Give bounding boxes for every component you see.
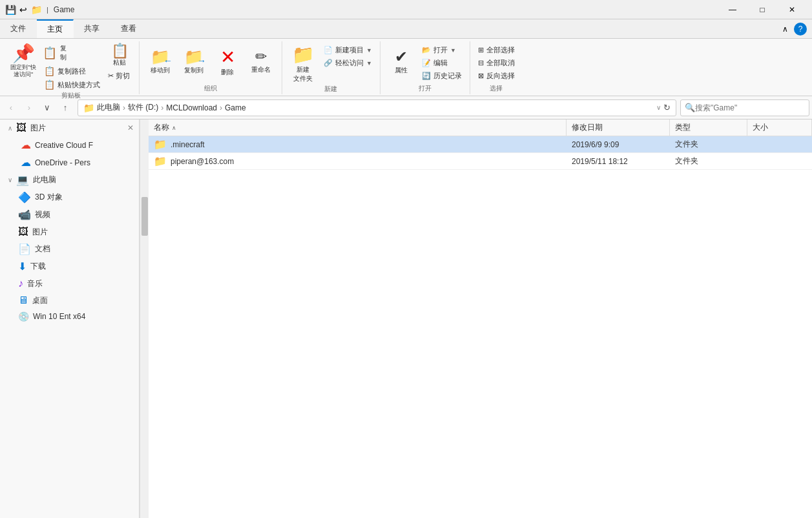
this-pc-icon: 💻 — [16, 174, 29, 186]
copy-to-button[interactable]: 📁 → 复制到 — [178, 43, 209, 80]
sidebar-item-pictures-quick[interactable]: ∧ 🖼 图片 ✕ — [0, 119, 139, 136]
file-size-minecraft — [747, 143, 812, 147]
file-row-minecraft[interactable]: 📁 .minecraft 2019/6/9 9:09 文件夹 — [149, 136, 812, 153]
ribbon-content: 📌 固定到"快 速访问" 📋 复制 📋 复制路径 📋 — [0, 39, 812, 96]
sidebar-item-this-pc[interactable]: ∨ 💻 此电脑 — [0, 171, 139, 189]
sidebar: ∧ 🖼 图片 ✕ ☁ Creative Cloud F ☁ OneDrive -… — [0, 119, 140, 518]
move-to-icon: 📁 ← — [151, 48, 170, 66]
invert-selection-icon: ⊠ — [478, 72, 484, 80]
window-title: Game — [54, 5, 718, 14]
copy-button[interactable]: 📋 复制 — [41, 43, 70, 63]
help-icon[interactable]: ? — [794, 23, 807, 36]
delete-button[interactable]: ✕ 删除 — [212, 43, 243, 80]
pin-icon: 📌 — [12, 45, 35, 63]
copy-paste-group: 📋 复制 📋 复制路径 📋 粘贴快捷方式 — [41, 43, 103, 91]
win10-icon: 💿 — [18, 311, 29, 322]
refresh-button[interactable]: ↻ — [663, 103, 671, 112]
sidebar-wrapper: ∧ 🖼 图片 ✕ ☁ Creative Cloud F ☁ OneDrive -… — [0, 119, 149, 518]
paste-icon: 📋 — [111, 44, 129, 58]
sidebar-item-documents[interactable]: 📄 文档 — [0, 240, 139, 258]
sidebar-item-creative-cloud[interactable]: ☁ Creative Cloud F — [0, 136, 139, 154]
quick-save-icon[interactable]: 💾 — [5, 5, 16, 15]
address-dropdown-icon[interactable]: ∨ — [656, 104, 661, 111]
select-none-button[interactable]: ⊟ 全部取消 — [475, 57, 517, 69]
open-button[interactable]: 📂 打开 ▼ — [419, 44, 464, 56]
downloads-icon: ⬇ — [18, 260, 26, 273]
address-bar[interactable]: 📁 此电脑 › 软件 (D:) › MCLDownload › Game ∨ ↻ — [78, 99, 676, 116]
sidebar-item-videos[interactable]: 📹 视频 — [0, 206, 139, 223]
recent-locations-button[interactable]: ∨ — [39, 99, 56, 116]
sidebar-item-onedrive[interactable]: ☁ OneDrive - Pers — [0, 154, 139, 171]
sidebar-item-pictures[interactable]: 🖼 图片 — [0, 223, 139, 240]
onedrive-icon: ☁ — [21, 156, 31, 169]
sidebar-item-win10[interactable]: 💿 Win 10 Ent x64 — [0, 309, 139, 324]
sidebar-scrollbar[interactable] — [140, 119, 149, 518]
new-folder-button[interactable]: 📁 新建 文件夹 — [287, 43, 318, 85]
navigation-bar: ‹ › ∨ ↑ 📁 此电脑 › 软件 (D:) › MCLDownload › … — [0, 96, 812, 119]
file-name-minecraft: 📁 .minecraft — [149, 136, 567, 152]
music-icon: ♪ — [18, 278, 23, 289]
ribbon-tabs: 文件 主页 共享 查看 ∧ ? — [0, 19, 812, 39]
sidebar-item-downloads[interactable]: ⬇ 下载 — [0, 258, 139, 275]
edit-button[interactable]: 📝 编辑 — [419, 57, 464, 69]
column-header-size[interactable]: 大小 — [747, 119, 812, 136]
paste-button[interactable]: 📋 粘贴 — [105, 43, 134, 68]
column-header-modified[interactable]: 修改日期 — [567, 119, 670, 136]
cut-button[interactable]: ✂ 剪切 — [105, 70, 134, 82]
history-button[interactable]: 🔄 历史记录 — [419, 70, 464, 82]
new-options: 📄 新建项目 ▼ 🔗 轻松访问 ▼ — [321, 43, 375, 69]
properties-button[interactable]: ✔ 属性 — [386, 43, 417, 80]
quick-undo-icon[interactable]: ↩ — [18, 5, 28, 15]
column-header-name[interactable]: 名称 ∧ — [149, 119, 567, 136]
maximize-button[interactable]: □ — [747, 0, 777, 19]
clipboard-items: 📌 固定到"快 速访问" 📋 复制 📋 复制路径 📋 — [8, 41, 134, 91]
copy-path-icon: 📋 — [44, 66, 55, 76]
tab-view[interactable]: 查看 — [110, 19, 147, 38]
column-header-type[interactable]: 类型 — [670, 119, 747, 136]
organize-items: 📁 ← 移动到 📁 → 复制到 ✕ 删除 ✏ — [145, 41, 276, 84]
invert-selection-button[interactable]: ⊠ 反向选择 — [475, 70, 517, 82]
address-folder-icon: 📁 — [83, 103, 94, 113]
expand-icon: ∨ — [8, 176, 12, 183]
window-controls: — □ ✕ — [718, 0, 807, 19]
select-all-icon: ⊞ — [478, 46, 484, 54]
pin-button[interactable]: ✕ — [127, 123, 134, 132]
select-none-icon: ⊟ — [478, 59, 484, 67]
tab-home[interactable]: 主页 — [37, 19, 74, 38]
minimize-button[interactable]: — — [718, 0, 747, 19]
sidebar-item-3d-objects[interactable]: 🔷 3D 对象 — [0, 189, 139, 206]
address-path: 此电脑 › 软件 (D:) › MCLDownload › Game — [97, 102, 654, 113]
rename-button[interactable]: ✏ 重命名 — [245, 43, 276, 80]
easy-access-dropdown-icon: ▼ — [366, 60, 372, 67]
delete-icon: ✕ — [220, 47, 235, 68]
search-input[interactable] — [695, 103, 805, 112]
copy-path-button[interactable]: 📋 复制路径 — [41, 65, 103, 78]
sidebar-item-music[interactable]: ♪ 音乐 — [0, 275, 139, 292]
easy-access-button[interactable]: 🔗 轻松访问 ▼ — [321, 57, 375, 69]
sidebar-scrollbar-thumb[interactable] — [141, 197, 148, 236]
open-options: 📂 打开 ▼ 📝 编辑 🔄 历史记录 — [419, 43, 464, 82]
paste-shortcut-button[interactable]: 📋 粘贴快捷方式 — [41, 78, 103, 91]
pin-to-quick-access-button[interactable]: 📌 固定到"快 速访问" — [8, 43, 39, 80]
close-button[interactable]: ✕ — [777, 0, 807, 19]
sidebar-item-desktop[interactable]: 🖥 桌面 — [0, 292, 139, 309]
open-dropdown-icon: ▼ — [450, 47, 456, 54]
up-button[interactable]: ↑ — [57, 99, 74, 116]
tab-file[interactable]: 文件 — [0, 19, 37, 38]
forward-button: › — [21, 99, 37, 116]
new-item-button[interactable]: 📄 新建项目 ▼ — [321, 44, 375, 56]
file-row-piperan[interactable]: 📁 piperan@163.com 2019/5/11 18:12 文件夹 — [149, 153, 812, 170]
quick-folder-icon[interactable]: 📁 — [31, 5, 41, 15]
file-type-piperan: 文件夹 — [670, 154, 747, 169]
select-all-button[interactable]: ⊞ 全部选择 — [475, 44, 517, 56]
creative-cloud-icon: ☁ — [21, 139, 31, 151]
move-to-button[interactable]: 📁 ← 移动到 — [145, 43, 176, 80]
file-modified-minecraft: 2019/6/9 9:09 — [567, 138, 670, 151]
new-item-dropdown-icon: ▼ — [366, 47, 372, 54]
select-options: ⊞ 全部选择 ⊟ 全部取消 ⊠ 反向选择 — [475, 43, 517, 82]
properties-icon: ✔ — [395, 48, 408, 66]
new-items: 📁 新建 文件夹 📄 新建项目 ▼ 🔗 轻松访问 ▼ — [287, 41, 375, 85]
paste-options: 📋 复制路径 📋 粘贴快捷方式 — [41, 65, 103, 91]
ribbon-collapse-icon[interactable]: ∧ — [778, 23, 791, 36]
tab-share[interactable]: 共享 — [74, 19, 110, 38]
